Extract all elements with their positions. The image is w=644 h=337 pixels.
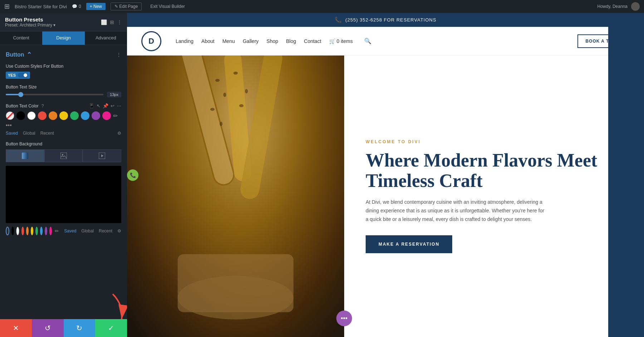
left-panel: Button Presets Preset: Architect Primary…	[0, 13, 127, 337]
bottom-tab-saved[interactable]: Saved	[64, 228, 76, 234]
slider-thumb[interactable]	[18, 92, 23, 97]
reset-button[interactable]: ↺	[32, 319, 64, 337]
cancel-icon: ✕	[13, 324, 19, 332]
edit-page-button[interactable]: ✎ Edit Page	[111, 3, 142, 10]
divi-phone-float-btn[interactable]: 📞	[127, 169, 138, 181]
color-swatch-blue[interactable]	[81, 111, 89, 120]
admin-bar: ⊞ Bistro Starter Site for Divi 💬 0 + New…	[0, 0, 644, 13]
more-color-icon[interactable]: ⋯	[117, 103, 121, 109]
nav-about[interactable]: About	[201, 38, 215, 44]
nav-gallery[interactable]: Gallery	[243, 38, 258, 44]
hero-description: At Divi, we blend contemporary cuisine w…	[366, 198, 545, 223]
cursor-icon[interactable]: ↖	[97, 103, 101, 109]
avatar	[631, 2, 640, 11]
make-reservation-button[interactable]: MAKE A RESERVATION	[366, 235, 452, 253]
color-tab-saved[interactable]: Saved	[6, 131, 18, 136]
comments-link[interactable]: 💬 0	[72, 4, 81, 9]
color-label-row: Button Text Color ? 📱 ↖ 📌 ↩ ⋯	[6, 103, 121, 109]
color-swatch-transparent[interactable]	[6, 111, 14, 120]
wp-logo-icon[interactable]: ⊞	[4, 3, 10, 10]
collapse-icon[interactable]: ⌃	[26, 51, 32, 59]
site-name[interactable]: Bistro Starter Site for Divi	[15, 4, 67, 9]
new-button[interactable]: + New	[86, 3, 106, 10]
bottom-swatches-row: ✏ Saved Global Recent ⚙	[6, 227, 121, 235]
bottom-swatch-custom[interactable]	[6, 227, 9, 235]
pin-icon[interactable]: 📌	[103, 103, 108, 109]
panel-body: Button ⌃ ⋮ Use Custom Styles For Button …	[0, 45, 127, 319]
nav-cart[interactable]: 🛒 0 items	[329, 38, 353, 44]
exit-visual-builder-button[interactable]: Exit Visual Builder	[147, 3, 189, 10]
more-options-icon[interactable]: ⋮	[117, 19, 122, 25]
preview-background	[608, 13, 644, 337]
tab-advanced[interactable]: Advanced	[85, 32, 127, 45]
nav-shop[interactable]: Shop	[267, 38, 278, 44]
color-tabs-row: Saved Global Recent ⚙	[6, 131, 121, 136]
bottom-swatch-purple[interactable]	[45, 227, 47, 235]
reset-icon: ↺	[45, 324, 51, 332]
color-swatch-white[interactable]	[27, 111, 36, 120]
color-tab-global[interactable]: Global	[23, 131, 35, 136]
color-swatch-red[interactable]	[38, 111, 47, 120]
color-help-icon[interactable]: ?	[42, 103, 44, 109]
panel-preset[interactable]: Preset: Architect Primary ▾	[5, 23, 55, 28]
bottom-swatch-yellow[interactable]	[31, 227, 33, 235]
color-swatch-black[interactable]	[16, 111, 25, 120]
refresh-button[interactable]: ↻	[64, 319, 96, 337]
color-swatch-orange[interactable]	[49, 111, 57, 120]
color-swatch-pink[interactable]	[102, 111, 111, 120]
panel-tabs: Content Design Advanced	[0, 32, 127, 45]
bg-type-video[interactable]	[83, 149, 121, 162]
bottom-pencil-icon[interactable]: ✏	[55, 228, 59, 234]
section-menu-icon[interactable]: ⋮	[116, 52, 121, 58]
search-icon[interactable]: 🔍	[364, 38, 371, 44]
bottom-color-settings-icon[interactable]: ⚙	[117, 228, 121, 234]
use-custom-styles-toggle[interactable]: YES	[6, 72, 121, 79]
more-swatches-icon[interactable]: ✏	[113, 112, 118, 119]
button-background-section: Button Background	[6, 141, 121, 235]
hero-food-visual	[127, 56, 344, 337]
undo-icon[interactable]: ↩	[111, 103, 114, 109]
bottom-swatch-black[interactable]	[11, 227, 14, 235]
bottom-swatch-green[interactable]	[35, 227, 38, 235]
more-swatches-dots[interactable]: •••	[6, 122, 12, 129]
panel-title: Button Presets	[5, 16, 55, 23]
color-swatch-purple[interactable]	[92, 111, 100, 120]
bg-type-gradient[interactable]	[6, 149, 44, 162]
confirm-button[interactable]: ✓	[95, 319, 127, 337]
nav-menu[interactable]: Menu	[222, 38, 235, 44]
slider-value[interactable]: 13px	[107, 92, 121, 97]
color-swatch-green[interactable]	[70, 111, 79, 120]
nav-blog[interactable]: Blog	[286, 38, 296, 44]
nav-landing[interactable]: Landing	[176, 38, 194, 44]
site-topbar: 📞 (255) 352-6258 FOR RESERVATIONS	[127, 13, 644, 27]
mobile-icon[interactable]: 📱	[89, 103, 94, 109]
bottom-swatch-blue[interactable]	[40, 227, 43, 235]
toggle-yes[interactable]: YES	[6, 72, 30, 79]
section-header: Button ⌃ ⋮	[6, 51, 121, 59]
color-tab-recent[interactable]: Recent	[40, 131, 54, 136]
hero-dots-button[interactable]: •••	[336, 310, 352, 326]
svg-point-19	[239, 104, 244, 107]
bottom-swatch-pink[interactable]	[49, 227, 52, 235]
bg-type-image[interactable]	[44, 149, 83, 162]
panel-header-icons: ⬜ ⊞ ⋮	[101, 19, 122, 25]
action-bar: ✕ ↺ ↻ ✓	[0, 319, 127, 337]
site-logo: D	[141, 31, 161, 51]
tab-design[interactable]: Design	[42, 32, 84, 45]
section-title: Button ⌃	[6, 51, 32, 59]
cancel-button[interactable]: ✕	[0, 319, 32, 337]
nav-contact[interactable]: Contact	[304, 38, 321, 44]
slider-track[interactable]	[6, 94, 103, 95]
columns-icon[interactable]: ⊞	[110, 19, 114, 25]
bottom-swatch-orange[interactable]	[26, 227, 29, 235]
bottom-tab-global[interactable]: Global	[81, 228, 94, 234]
color-swatch-yellow[interactable]	[59, 111, 68, 120]
bottom-tab-recent[interactable]: Recent	[99, 228, 112, 234]
color-settings-icon[interactable]: ⚙	[117, 131, 121, 136]
bottom-swatch-red[interactable]	[21, 227, 24, 235]
fullscreen-icon[interactable]: ⬜	[101, 19, 107, 25]
tab-content[interactable]: Content	[0, 32, 42, 45]
svg-point-18	[245, 89, 248, 93]
refresh-icon: ↻	[76, 324, 82, 332]
bottom-swatch-white[interactable]	[16, 227, 19, 235]
